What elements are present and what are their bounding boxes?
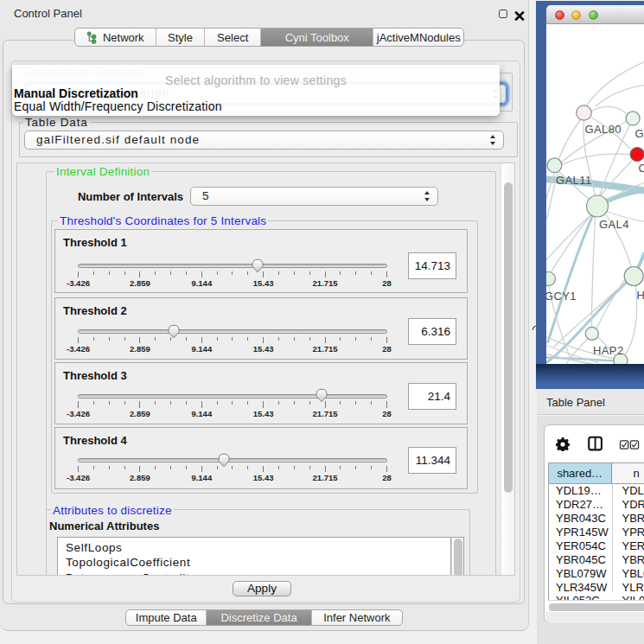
svg-text:GAL7: GAL7	[634, 126, 644, 139]
svg-text:HAP1: HAP1	[636, 288, 644, 301]
svg-text:GAL11: GAL11	[556, 173, 592, 186]
svg-text:GCY1: GCY1	[546, 289, 577, 302]
svg-text:CRP: CRP	[638, 161, 644, 174]
svg-text:HAP2: HAP2	[593, 343, 624, 356]
svg-text:GAL80: GAL80	[584, 122, 621, 135]
svg-text:GAL4: GAL4	[599, 217, 629, 230]
